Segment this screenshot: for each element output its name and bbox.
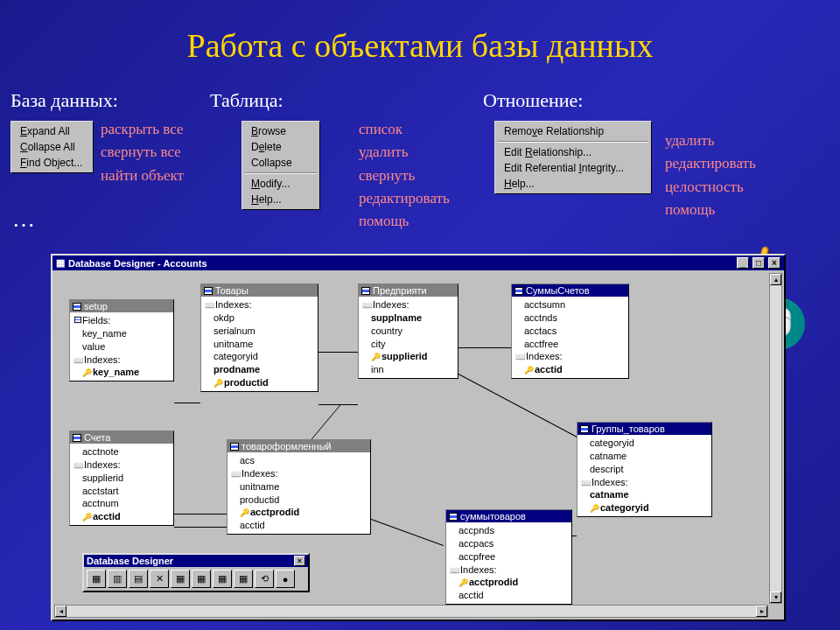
designer-toolbox[interactable]: Database Designer× ▦ ▥ ▤ ✕ ▦ ▦ ▦ ▦ ⟲ ● — [82, 553, 310, 592]
section-table: Таблица: — [210, 89, 284, 112]
toolbox-close[interactable]: × — [294, 556, 305, 566]
menu-item-delete[interactable]: Delete — [244, 139, 318, 155]
toolbox-title: Database Designer — [87, 556, 173, 566]
menu-table[interactable]: Browse Delete Collapse Modify... Help... — [242, 121, 320, 210]
scroll-up[interactable]: ▴ — [770, 274, 781, 285]
menu-item-help[interactable]: Help... — [244, 192, 318, 207]
table-predpr[interactable]: Предприяти Indexes: supplname country ci… — [358, 284, 458, 379]
menu-item-modify[interactable]: Modify... — [244, 176, 318, 192]
designer-titlebar[interactable]: ▦ Database Designer - Accounts _ □ × — [52, 256, 784, 270]
menu-item-remove-rel[interactable]: Remove Relationship — [497, 123, 649, 139]
tb-btn-7[interactable]: ▦ — [213, 570, 232, 588]
menu-item-find-object[interactable]: Find Object... — [13, 155, 91, 171]
menu-rel-translations: удалитьредактироватьцелостностьпомощь — [665, 130, 756, 221]
tb-btn-10[interactable]: ● — [276, 570, 295, 588]
minimize-button[interactable]: _ — [737, 257, 749, 269]
table-title: СуммыСчетов — [526, 285, 590, 296]
table-summy[interactable]: СуммыСчетов acctsumn acctnds acctacs acc… — [511, 284, 629, 379]
table-title: Предприяти — [373, 285, 427, 296]
table-tovform[interactable]: товароформленный acs Indexes: unitname p… — [227, 439, 371, 535]
section-db: База данных: — [10, 89, 118, 112]
scroll-down[interactable]: ▾ — [770, 592, 781, 603]
scroll-right[interactable]: ▸ — [756, 606, 767, 617]
menu-db-translations: раскрыть всесвернуть всенайти объект — [101, 118, 184, 187]
tb-btn-2[interactable]: ▥ — [108, 570, 127, 588]
scrollbar-v[interactable]: ▴ ▾ — [769, 273, 782, 604]
tb-btn-1[interactable]: ▦ — [87, 570, 106, 588]
menu-item-collapse-all[interactable]: Collapse All — [13, 139, 91, 155]
maximize-button[interactable]: □ — [752, 257, 765, 269]
table-title: Группы_товаров — [592, 424, 665, 434]
table-title: товароформленный — [242, 441, 332, 452]
designer-title: Database Designer - Accounts — [68, 258, 207, 269]
menu-table-translations: списокудалитьсвернутьредактироватьпомощь — [359, 118, 450, 234]
tb-btn-3[interactable]: ▤ — [129, 570, 148, 588]
scrollbar-h[interactable]: ◂ ▸ — [54, 605, 768, 618]
table-summytov[interactable]: суммытоваров accpnds accpacs accpfree In… — [445, 509, 572, 605]
db-designer-window[interactable]: ▦ Database Designer - Accounts _ □ × set… — [51, 254, 786, 621]
slide-title: Работа с объектами базы данных — [0, 0, 840, 65]
tb-btn-6[interactable]: ▦ — [192, 570, 211, 588]
menu-item-collapse[interactable]: Collapse — [244, 155, 318, 171]
table-gruppy[interactable]: Группы_товаров categoryid catname descri… — [577, 422, 712, 517]
table-scheta[interactable]: Счета acctnote Indexes: supplierid accts… — [69, 430, 174, 526]
table-title: Счета — [84, 432, 110, 443]
tb-btn-9[interactable]: ⟲ — [255, 570, 274, 588]
tb-btn-5[interactable]: ▦ — [171, 570, 190, 588]
menu-item-browse[interactable]: Browse — [244, 123, 318, 139]
titlebar-icon: ▦ — [56, 257, 65, 269]
menu-db[interactable]: Expand All Collapse All Find Object... — [10, 121, 94, 173]
table-tovary[interactable]: Товары Indexes: okdp serialnum unitname … — [200, 284, 318, 392]
table-title: setup — [84, 301, 108, 312]
menu-item-rel-help[interactable]: Help... — [497, 176, 649, 192]
table-setup[interactable]: setup Fields: key_name value Indexes: ke… — [69, 299, 174, 382]
tb-btn-8[interactable]: ▦ — [234, 570, 253, 588]
ellipsis: … — [12, 206, 35, 233]
menu-item-edit-rel[interactable]: Edit Relationship... — [497, 144, 649, 160]
menu-relation[interactable]: Remove Relationship Edit Relationship...… — [494, 121, 652, 194]
close-button[interactable]: × — [768, 257, 780, 269]
menu-item-edit-ref[interactable]: Edit Referential Integrity... — [497, 160, 649, 176]
scroll-left[interactable]: ◂ — [55, 606, 66, 617]
section-relation: Отношение: — [483, 89, 583, 112]
grid-icon — [73, 303, 81, 311]
tb-btn-4[interactable]: ✕ — [150, 570, 169, 588]
table-title: суммытоваров — [460, 511, 526, 522]
designer-canvas[interactable]: setup Fields: key_name value Indexes: ke… — [56, 273, 780, 604]
table-title: Товары — [215, 285, 248, 296]
menu-item-expand-all[interactable]: Expand All — [13, 123, 91, 139]
